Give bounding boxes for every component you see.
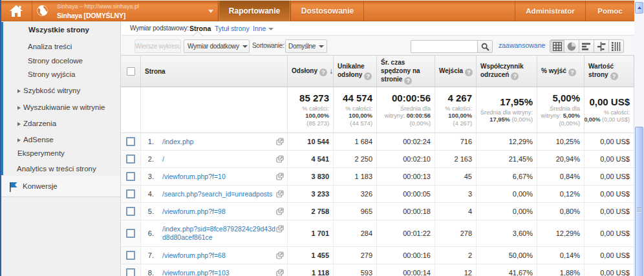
page-link[interactable]: /viewforum.php?f=68 — [162, 251, 278, 260]
cell-exit: 0,12% — [537, 186, 585, 202]
scrollbar-up-button[interactable] — [635, 2, 643, 14]
open-in-new-window-icon[interactable] — [276, 155, 284, 163]
sidebar-item-analytics-w-tresci[interactable]: Analytics w treści strony — [17, 164, 96, 173]
sidebar-item-strony-docelowe[interactable]: Strony docelowe — [28, 56, 83, 65]
table-row: 3./viewforum.php?f=10 3 830 1 183 00:00:… — [121, 168, 634, 186]
page-link[interactable]: /index.php?sid=8fce8792824c29d43dd8d80ac… — [162, 225, 278, 242]
header-cell-strona[interactable]: Strona — [141, 56, 288, 87]
row-number: 6. — [142, 229, 154, 237]
expand-triangle-icon — [17, 106, 21, 110]
row-checkbox[interactable] — [126, 137, 135, 146]
sidebar-item-wszystkie-strony[interactable]: Wszystkie strony — [28, 25, 89, 34]
cell-pageviews: 3 233 — [288, 186, 334, 202]
cell-bounce: 6,67% — [477, 168, 537, 185]
flag-icon — [8, 182, 19, 192]
admin-link[interactable]: Administrator — [515, 1, 585, 21]
account-dropdown-caret-icon[interactable] — [208, 10, 213, 13]
grid-icon — [553, 42, 562, 51]
chart-rows-button[interactable]: Wiersze wykresu — [134, 39, 181, 53]
open-in-new-window-icon[interactable] — [276, 173, 284, 180]
comparison-view-button[interactable] — [594, 39, 609, 53]
help-icon[interactable]: ? — [568, 69, 576, 76]
help-icon[interactable]: ? — [511, 72, 519, 80]
search-input[interactable] — [411, 40, 478, 53]
help-icon[interactable]: ? — [319, 69, 327, 76]
row-checkbox[interactable] — [126, 172, 135, 181]
row-checkbox[interactable] — [126, 207, 135, 216]
cell-entrances: 278 — [435, 220, 477, 246]
page-link[interactable]: /viewforum.php?f=103 — [162, 269, 278, 276]
dimension-inne-link[interactable]: Inne — [253, 25, 274, 32]
account-selector[interactable]: Sinhaya – http://www.sinhaya.pl Sinhaya … — [57, 3, 139, 19]
scrollbar-thumb[interactable] — [635, 127, 643, 276]
open-in-new-window-icon[interactable] — [276, 251, 284, 259]
page-link[interactable]: / — [162, 155, 278, 164]
row-number: 2. — [142, 155, 154, 163]
header-cell-wspolczynnik-odrzucen[interactable]: Współczynnik odrzuceń? — [477, 56, 537, 87]
page-link[interactable]: /viewforum.php?f=98 — [162, 207, 278, 216]
cell-entrances: 12 — [435, 264, 477, 276]
topbar-separator — [32, 1, 32, 21]
header-cell-wejscia[interactable]: Wejścia? — [435, 56, 477, 87]
header-cell-procent-wyjsc[interactable]: % wyjść? — [537, 56, 585, 87]
table-row: 6./index.php?sid=8fce8792824c29d43dd8d80… — [121, 220, 634, 247]
header-cell-wartosc-strony[interactable]: Wartość strony? — [585, 56, 634, 87]
open-in-new-window-icon[interactable] — [276, 269, 284, 276]
dimension-tytul-strony-link[interactable]: Tytuł strony — [215, 25, 250, 32]
open-in-new-window-icon[interactable] — [276, 190, 284, 198]
tab-dostosowanie[interactable]: Dostosowanie — [292, 1, 363, 21]
cell-unique: 284 — [334, 220, 377, 246]
row-checkbox[interactable] — [126, 229, 135, 238]
cell-pageviews: 2 758 — [288, 203, 334, 220]
cell-pageviews: 3 830 — [288, 168, 334, 185]
row-checkbox[interactable] — [126, 268, 135, 276]
header-cell-odslony[interactable]: Odsłony?↓ — [288, 56, 334, 87]
sidebar-item-analiza-tresci[interactable]: Analiza treści — [28, 42, 72, 51]
cell-exit: 20,94% — [537, 151, 585, 167]
sidebar-item-strony-wyjscia[interactable]: Strony wyjścia — [28, 70, 76, 79]
tab-raportowanie[interactable]: Raportowanie — [218, 1, 291, 21]
summary-cell-wyjscia: 5,00% Średnia dla witryny: 5,00% (0,00%) — [537, 87, 585, 133]
page-link[interactable]: /index.php — [162, 138, 278, 146]
sidebar-item-adsense[interactable]: AdSense — [17, 135, 54, 144]
row-checkbox[interactable] — [126, 189, 135, 198]
open-in-new-window-icon[interactable] — [276, 138, 284, 145]
percentage-view-button[interactable] — [564, 39, 579, 53]
help-icon[interactable]: ? — [465, 69, 473, 76]
select-all-checkbox[interactable] — [127, 67, 135, 76]
window-top-edge — [0, 0, 634, 1]
advanced-search-link[interactable]: zaawansowane — [499, 41, 545, 49]
summary-cell-wartosc: 0,00 US$ % całości: 0,00% (0,00 US$) — [585, 87, 634, 133]
home-button[interactable] — [0, 1, 32, 21]
open-in-new-window-icon[interactable] — [276, 207, 284, 215]
sort-type-dropdown[interactable]: Domyślne — [285, 39, 327, 53]
cell-pageviews: 1 455 — [288, 247, 334, 264]
cell-entrances: 2 — [435, 247, 477, 264]
row-checkbox[interactable] — [126, 251, 135, 260]
secondary-dimension-button[interactable]: Wymiar dodatkowy — [184, 39, 250, 53]
page-link[interactable]: /viewforum.php?f=10 — [162, 173, 278, 181]
summary-value: 85 273 — [299, 92, 329, 103]
header-cell-unikalne-odslony[interactable]: Unikalne odsłony? — [334, 56, 377, 87]
help-icon[interactable]: ? — [404, 77, 412, 85]
sidebar-item-konwersje[interactable]: Konwersje — [0, 176, 120, 197]
vertical-scrollbar[interactable] — [634, 0, 644, 276]
page-link[interactable]: /search.php?search_id=unreadposts — [162, 190, 278, 198]
table-row: 7./viewforum.php?f=68 1 455 279 00:00:16… — [121, 247, 634, 264]
help-link[interactable]: Pomoc — [586, 1, 634, 21]
sidebar-item-zdarzenia[interactable]: Zdarzenia — [17, 119, 56, 128]
globe-icon — [37, 5, 48, 19]
sidebar-item-eksperymenty[interactable]: Eksperymenty — [17, 149, 65, 158]
open-in-new-window-icon[interactable] — [276, 225, 284, 233]
cell-unique: 1 684 — [334, 133, 377, 150]
sidebar-item-szybkosc-witryny[interactable]: Szybkość witryny — [17, 86, 80, 95]
pivot-view-button[interactable] — [609, 39, 624, 53]
help-icon[interactable]: ? — [364, 72, 372, 80]
table-view-button[interactable] — [550, 39, 564, 53]
performance-view-button[interactable] — [579, 39, 594, 53]
sidebar-item-wyszukiwanie[interactable]: Wyszukiwanie w witrynie — [17, 103, 105, 112]
row-checkbox[interactable] — [126, 154, 135, 164]
search-button[interactable] — [477, 40, 493, 53]
help-icon[interactable]: ? — [610, 72, 618, 80]
header-cell-sr-czas[interactable]: Śr. czas spędzony na stronie? — [377, 56, 435, 87]
